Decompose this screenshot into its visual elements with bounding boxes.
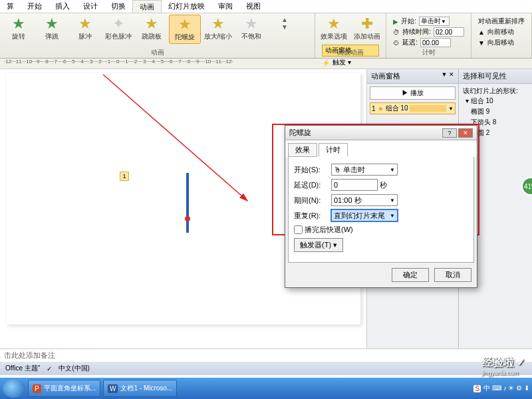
trigger-button[interactable]: 触发器(T) ▾ (294, 238, 343, 252)
bolt-icon: ⚡ (322, 59, 330, 66)
close-button[interactable]: ✕ (458, 128, 473, 138)
move-backward[interactable]: ▼向后移动 (478, 38, 525, 47)
gallery-more[interactable]: ▲▼ (269, 15, 301, 44)
anim-gyro[interactable]: ★陀螺旋 (169, 15, 201, 44)
duration-select[interactable]: 01:00 秒▼ (331, 194, 398, 206)
notes-area[interactable]: 击此处添加备注 (0, 348, 532, 362)
start-label: 开始: (401, 17, 416, 26)
dropdown-icon[interactable]: ▼ (442, 71, 448, 78)
help-button[interactable]: ? (442, 128, 457, 138)
anim-pulse[interactable]: ★脉冲 (69, 15, 101, 44)
ok-button[interactable]: 确定 (392, 268, 429, 282)
theme-status: Office 主题" (5, 364, 40, 373)
system-tray[interactable]: S中 ⌨ ♪ ☀ ⚙ ⬇ (473, 384, 529, 393)
clock-icon: ⏲ (393, 39, 400, 47)
tab-insert[interactable]: 插入 (49, 0, 76, 13)
down-icon: ▼ (478, 39, 485, 47)
start-label: 开始(S): (294, 165, 331, 175)
tab-design[interactable]: 设计 (76, 0, 104, 13)
tab-animation[interactable]: 动画 (132, 0, 162, 13)
delay-label: 延迟(D): (294, 180, 331, 190)
dialog-title: 陀螺旋 (289, 128, 311, 138)
timing-dialog: 陀螺旋 ? ✕ 效果 计时 开始(S):🖱 单击时▼ 延迟(D):0 秒 期间(… (285, 125, 477, 288)
rewind-checkbox[interactable] (294, 225, 303, 234)
star-icon: ★ (12, 16, 25, 32)
duration-input[interactable]: 02.00 (434, 27, 464, 37)
chevron-down-icon[interactable]: ▼ (448, 106, 454, 112)
anim-desat[interactable]: ★不饱和 (235, 15, 267, 44)
start-select[interactable]: 🖱 单击时▼ (331, 164, 398, 176)
up-icon: ▲ (478, 29, 485, 36)
spellcheck-icon[interactable]: ✓ (47, 365, 52, 372)
taskbar-powerpoint[interactable]: P平面直角坐标系... (28, 380, 100, 397)
tab-timing[interactable]: 计时 (319, 143, 348, 157)
chevron-down-icon: ▲▼ (281, 16, 288, 31)
star-icon: ★ (327, 16, 340, 32)
start-button[interactable] (3, 379, 25, 398)
shapes-header: 该幻灯片上的形状: (463, 86, 528, 96)
status-bar: Office 主题" ✓ 中文(中国) (0, 362, 532, 375)
ribbon: ★旋转 ★弹跳 ★脉冲 ✦彩色脉冲 ★跷跷板 ★陀螺旋 ★放大/缩小 ★不饱和 … (0, 13, 532, 59)
timing-bar (410, 105, 446, 112)
tab-transition[interactable]: 切换 (104, 0, 132, 13)
tab-effect[interactable]: 效果 (288, 143, 317, 157)
anim-colorpulse[interactable]: ✦彩色脉冲 (102, 15, 134, 44)
group-label: 动画 (0, 48, 315, 57)
language-status[interactable]: 中文(中国) (59, 364, 90, 373)
powerpoint-icon: P (33, 384, 41, 393)
star-icon: ★ (178, 17, 192, 33)
delay-input[interactable]: 0 (331, 179, 378, 191)
star-icon: ★ (211, 16, 225, 32)
star-icon: ★ (378, 105, 384, 112)
ime-icon: S (473, 385, 481, 392)
effect-options[interactable]: ★效果选项 (318, 15, 350, 43)
shape-dot[interactable] (185, 216, 190, 221)
anim-zoom[interactable]: ★放大/缩小 (202, 15, 234, 44)
play-button[interactable]: ▶ 播放 (370, 86, 456, 100)
group-label: 计时 (386, 48, 471, 57)
pane-title: 选择和可见性 (463, 71, 507, 81)
repeat-select[interactable]: 直到幻灯片末尾▼ (331, 209, 398, 221)
shape-item[interactable]: 椭圆 9 (463, 106, 528, 117)
star-icon: ★ (45, 16, 59, 32)
anim-spin[interactable]: ★旋转 (3, 15, 35, 44)
group-label: 高级动画 (315, 48, 386, 57)
horizontal-ruler: ·12···11···10···9····8····7····6····5···… (0, 59, 532, 69)
move-forward[interactable]: ▲向前移动 (478, 27, 525, 37)
star-icon: ★ (145, 16, 158, 32)
star-icon: ★ (245, 16, 258, 32)
star-icon: ★ (78, 16, 92, 32)
delay-label: 延迟: (402, 38, 418, 47)
tab-slideshow[interactable]: 幻灯片放映 (162, 0, 211, 13)
start-select[interactable]: 单击时▼ (419, 17, 450, 26)
taskbar-word[interactable]: W文档1 - Microso... (103, 380, 177, 397)
duration-label: 期间(N): (294, 196, 331, 205)
add-animation[interactable]: ✚添加动画 (351, 15, 383, 43)
shape-item[interactable]: ▾ 组合 10 (463, 96, 528, 106)
tab-home[interactable]: 开始 (21, 0, 49, 13)
trigger-menu[interactable]: ⚡触发 ▾ (322, 58, 379, 67)
tab-file[interactable]: 算 (0, 0, 21, 13)
cancel-button[interactable]: 取消 (434, 268, 471, 282)
animation-item[interactable]: 1 ★ 组合 10 ▼ (370, 102, 456, 114)
duration-label: 持续时间: (402, 27, 431, 37)
shape-arrow[interactable] (186, 173, 189, 233)
item-name: 组合 10 (386, 104, 408, 113)
word-icon: W (108, 384, 118, 393)
item-index: 1 (372, 105, 376, 112)
anim-teeter[interactable]: ★跷跷板 (136, 15, 168, 44)
close-icon[interactable]: ✕ (449, 71, 454, 78)
tab-review[interactable]: 审阅 (211, 0, 239, 13)
unit-label: 秒 (380, 180, 387, 190)
ribbon-tabs: 算 开始 插入 设计 切换 动画 幻灯片放映 审阅 视图 (0, 0, 532, 13)
repeat-label: 重复(R): (294, 211, 331, 221)
clock-icon: ⏱ (393, 29, 400, 36)
star-plus-icon: ✚ (361, 16, 373, 32)
tab-view[interactable]: 视图 (239, 0, 267, 13)
watermark: 经验啦 ✓ jingyanla.com (482, 356, 525, 376)
delay-input[interactable]: 00.00 (420, 38, 451, 47)
play-icon: ▶ (393, 18, 398, 25)
anim-bounce[interactable]: ★弹跳 (36, 15, 68, 44)
rewind-label: 播完后快退(W) (305, 225, 353, 235)
anim-marker[interactable]: 1 (120, 172, 129, 181)
